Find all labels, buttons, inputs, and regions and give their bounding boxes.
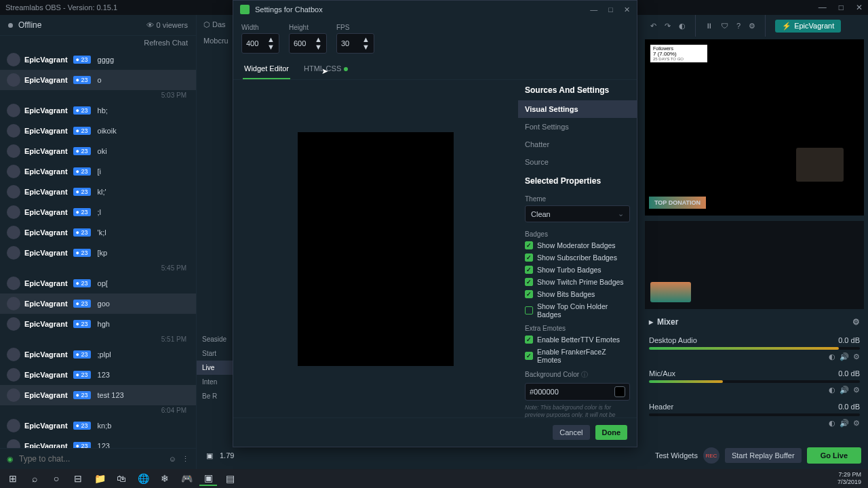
store-icon[interactable]: 🛍 — [113, 471, 130, 486]
track-gear-icon[interactable]: ⚙ — [853, 419, 860, 428]
scene-item[interactable]: Live — [197, 361, 234, 375]
mixer-settings-icon[interactable]: ⚙ — [852, 317, 860, 327]
scene-item[interactable]: Be R — [197, 389, 234, 403]
badge-checkbox[interactable] — [525, 290, 533, 298]
discord-icon[interactable]: 🎮 — [178, 471, 195, 486]
help-icon[interactable]: ? — [736, 22, 741, 30]
chat-message: EpicVagrant● 23hb; — [0, 100, 196, 121]
go-live-button[interactable]: Go Live — [807, 447, 861, 464]
expand-icon[interactable]: ▸ — [649, 317, 653, 327]
tab-widget-editor[interactable]: Widget Editor — [243, 59, 290, 79]
cancel-button[interactable]: Cancel — [553, 425, 589, 440]
badge-checkbox[interactable] — [525, 306, 533, 314]
fps-input[interactable]: 30▲▼ — [336, 33, 374, 54]
explorer-icon[interactable]: 📁 — [91, 471, 108, 486]
taskview-icon[interactable]: ⊟ — [69, 471, 87, 486]
test-widgets-button[interactable]: Test Widgets — [655, 451, 698, 460]
minimize-icon[interactable]: — — [818, 3, 827, 12]
chat-message: EpicVagrant● 23123 — [0, 436, 196, 448]
color-swatch[interactable] — [614, 386, 625, 397]
chrome-icon[interactable]: 🌐 — [134, 471, 152, 486]
stream-preview: Followers 7 (7.00%) 25 DAYS TO GO TOP DO… — [645, 39, 864, 216]
cortana-icon[interactable]: ○ — [47, 471, 65, 486]
chat-input[interactable] — [19, 454, 163, 464]
modal-close-icon[interactable]: ✕ — [624, 5, 630, 14]
start-replay-button[interactable]: Start Replay Buffer — [725, 448, 802, 463]
dashboard-tab[interactable]: ⬡ Das — [203, 20, 226, 29]
more-icon[interactable]: ⋮ — [182, 455, 189, 464]
chat-send-icon[interactable]: ◉ — [7, 455, 14, 464]
user-pill[interactable]: ⚡ EpicVagrant — [775, 20, 841, 33]
scene-item[interactable]: Start — [197, 346, 234, 361]
track-gear-icon[interactable]: ⚙ — [853, 386, 860, 394]
badge-checkbox[interactable] — [525, 241, 533, 249]
source-item[interactable]: Font Settings — [518, 118, 637, 136]
mute-icon[interactable]: ◐ — [829, 386, 835, 394]
search-icon[interactable]: ⌕ — [26, 471, 43, 486]
close-icon[interactable]: ✕ — [856, 3, 863, 12]
top-donation-overlay: TOP DONATION — [649, 197, 706, 209]
tab-html-css[interactable]: HTML CSS — [302, 59, 349, 79]
source-item[interactable]: Chatter — [518, 136, 637, 153]
slobs-icon[interactable]: ▣ — [199, 471, 217, 486]
taskbar: ⊞ ⌕ ○ ⊟ 📁 🛍 🌐 ❄ 🎮 ▣ ▤ 7:29 PM 7/3/2019 — [0, 469, 868, 488]
speaker-icon[interactable]: 🔊 — [840, 419, 849, 428]
speaker-icon[interactable]: 🔊 — [840, 352, 849, 361]
selected-props-header: Selected Properties — [518, 171, 637, 191]
app-icon-1[interactable]: ❄ — [156, 471, 174, 486]
start-button[interactable]: ⊞ — [4, 471, 22, 486]
badge-checkbox[interactable] — [525, 266, 533, 274]
toggle-icon[interactable]: ◐ — [679, 22, 686, 30]
redo-icon[interactable]: ↷ — [665, 22, 671, 30]
chat-message: EpicVagrant● 23[kp — [0, 243, 196, 263]
chat-list[interactable]: EpicVagrant● 23ggggEpicVagrant● 23o5:03 … — [0, 49, 196, 448]
gear-icon[interactable]: ⚙ — [749, 22, 755, 30]
mute-icon[interactable]: ◐ — [829, 352, 835, 361]
shield-icon[interactable]: 🛡 — [721, 22, 728, 30]
track-gear-icon[interactable]: ⚙ — [853, 352, 860, 361]
emoji-icon[interactable]: ☺ — [169, 455, 176, 463]
chat-message: EpicVagrant● 23;l — [0, 202, 196, 222]
preview-secondary — [645, 221, 864, 309]
chat-message: EpicVagrant● 23oki — [0, 141, 196, 161]
speaker-icon[interactable]: 🔊 — [840, 386, 849, 394]
system-clock[interactable]: 7:29 PM 7/3/2019 — [837, 471, 864, 486]
source-item[interactable]: Source — [518, 153, 637, 171]
app-icon-2[interactable]: ▤ — [221, 471, 239, 486]
chat-message: EpicVagrant● 23gggg — [0, 49, 196, 70]
height-label: Height — [289, 24, 327, 31]
mixer-title: Mixer — [657, 317, 678, 327]
chat-message: EpicVagrant● 23o — [0, 70, 196, 90]
width-label: Width — [241, 24, 279, 31]
bg-note: Note: This background color is for previ… — [518, 403, 637, 418]
chat-message: EpicVagrant● 23'k;l — [0, 222, 196, 243]
width-input[interactable]: 400▲▼ — [241, 33, 279, 54]
chat-message: EpicVagrant● 23goo — [0, 293, 196, 314]
badges-label: Badges — [518, 226, 637, 239]
emote-checkbox[interactable] — [525, 336, 533, 344]
undo-icon[interactable]: ↶ — [650, 22, 656, 30]
pause-icon[interactable]: ⏸ — [705, 22, 713, 30]
mute-icon[interactable]: ◐ — [829, 419, 835, 428]
badge-checkbox[interactable] — [525, 278, 533, 286]
chat-message: EpicVagrant● 23[i — [0, 161, 196, 182]
maximize-icon[interactable]: □ — [839, 3, 844, 12]
height-input[interactable]: 600▲▼ — [289, 33, 327, 54]
modal-minimize-icon[interactable]: — — [590, 5, 597, 14]
modal-icon — [240, 5, 250, 14]
emote-checkbox[interactable] — [525, 352, 533, 360]
badge-checkbox[interactable] — [525, 253, 533, 262]
bg-color-input[interactable]: #000000 — [525, 383, 630, 401]
theme-label: Theme — [518, 191, 637, 204]
done-button[interactable]: Done — [595, 425, 628, 440]
audio-track: Mic/Aux0.0 dB◐🔊⚙ — [641, 365, 868, 399]
modal-maximize-icon[interactable]: □ — [608, 5, 613, 14]
scene-item[interactable]: Seaside — [197, 332, 234, 346]
scene-item[interactable]: Inten — [197, 375, 234, 389]
chatbox-settings-modal: Settings for Chatbox — □ ✕ Width 400▲▼ H… — [233, 0, 637, 447]
theme-select[interactable]: Clean⌄ — [525, 205, 630, 222]
refresh-chat-button[interactable]: Refresh Chat — [144, 39, 188, 47]
rec-button[interactable]: REC — [703, 447, 719, 464]
chat-message: EpicVagrant● 23;plpl — [0, 344, 196, 365]
source-item[interactable]: Visual Settings — [518, 100, 637, 118]
